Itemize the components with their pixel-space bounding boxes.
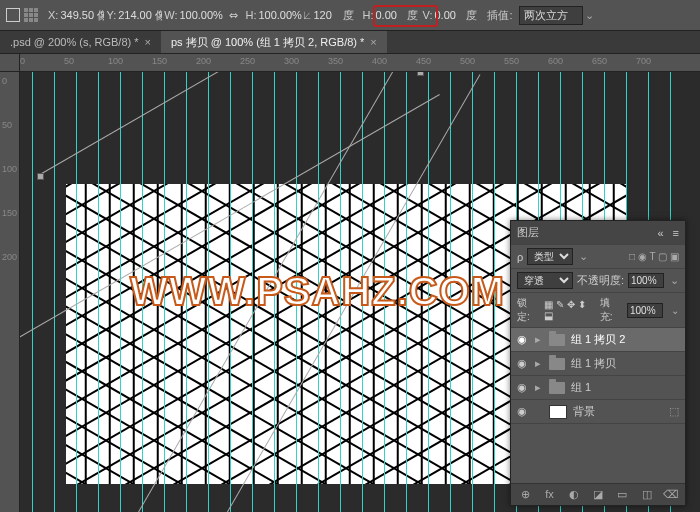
fill-input[interactable] [627, 303, 663, 318]
interp-select[interactable]: 两次立方 [519, 6, 583, 25]
transform-handle[interactable] [37, 173, 44, 180]
layers-panel: 图层 « ≡ ρ 类型 ⌄ □ ◉ T ▢ ▣ 穿透 不透明度: ⌄ 锁定: ▦… [510, 220, 686, 506]
tab-doc-1[interactable]: .psd @ 200% (s, RGB/8) *× [0, 31, 161, 53]
angle-unit: 度 [343, 8, 354, 23]
layers-empty-area [511, 423, 685, 483]
lock-label: 锁定: [517, 296, 538, 324]
guide-v[interactable] [32, 72, 33, 512]
filter-kind-icon[interactable]: ρ [517, 251, 523, 263]
layer-name[interactable]: 组 1 [571, 380, 591, 395]
opacity-input[interactable] [628, 273, 664, 288]
reference-point-icon[interactable] [6, 8, 20, 22]
w-input[interactable] [179, 9, 223, 21]
skew-v-input[interactable] [434, 9, 464, 21]
layers-title: 图层 [517, 225, 539, 240]
lock-icons[interactable]: ▦ ✎ ✥ ⬍ ⬓ [544, 299, 594, 321]
angle-input[interactable] [313, 9, 341, 21]
opacity-label: 不透明度: [577, 273, 624, 288]
chevron-down-icon[interactable]: ⌄ [579, 250, 588, 263]
visibility-icon[interactable]: ◉ [517, 405, 529, 418]
thumbnail-icon [549, 405, 567, 419]
watermark-text: WWW.PSAHZ.COM [130, 269, 505, 314]
layer-row[interactable]: ◉ ▸ 组 1 拷贝 [511, 351, 685, 375]
skew-h-label: H: [362, 9, 373, 21]
fill-label: 填充: [600, 296, 621, 324]
lock-icon: ⬚ [669, 405, 679, 418]
blend-mode-select[interactable]: 穿透 [517, 272, 573, 289]
group-icon[interactable]: ▭ [613, 488, 631, 501]
filter-icons[interactable]: □ ◉ T ▢ ▣ [629, 251, 679, 262]
close-icon[interactable]: × [370, 36, 376, 48]
chevron-down-icon[interactable]: ⌄ [671, 305, 679, 316]
mask-icon[interactable]: ◐ [565, 488, 583, 501]
chevron-down-icon[interactable]: ⌄ [585, 9, 594, 22]
highlight-angle-field [373, 5, 438, 27]
angle-icon: ⟀ [304, 9, 311, 21]
folder-icon [549, 334, 565, 346]
x-input[interactable] [60, 9, 104, 21]
visibility-icon[interactable]: ◉ [517, 333, 529, 346]
y-input[interactable] [118, 9, 162, 21]
layer-row[interactable]: ◉ ▸ 背景 ⬚ [511, 399, 685, 423]
visibility-icon[interactable]: ◉ [517, 357, 529, 370]
expand-icon[interactable]: ▸ [535, 333, 543, 346]
guide-v[interactable] [120, 72, 121, 512]
guide-v[interactable] [54, 72, 55, 512]
layer-row[interactable]: ◉ ▸ 组 1 拷贝 2 [511, 327, 685, 351]
guide-v[interactable] [76, 72, 77, 512]
folder-icon [549, 382, 565, 394]
layer-row[interactable]: ◉ ▸ 组 1 [511, 375, 685, 399]
y-label: Y: [106, 9, 116, 21]
new-layer-icon[interactable]: ◫ [638, 488, 656, 501]
h-label: H: [245, 9, 256, 21]
x-label: X: [48, 9, 58, 21]
adjustment-icon[interactable]: ◪ [589, 488, 607, 501]
w-label: W: [164, 9, 177, 21]
layers-footer: ⊕ fx ◐ ◪ ▭ ◫ ⌫ [511, 483, 685, 505]
link-wh-icon[interactable]: ⇔ [225, 9, 241, 22]
folder-icon [549, 358, 565, 370]
document-tabs: .psd @ 200% (s, RGB/8) *× ps 拷贝 @ 100% (… [0, 30, 700, 54]
layer-name[interactable]: 组 1 拷贝 2 [571, 332, 625, 347]
transform-options-bar: X: Y: W: ⇔ H: ⟀ 度 H: 度 V: 度 插值: 两次立方 ⌄ [0, 0, 700, 30]
trash-icon[interactable]: ⌫ [662, 488, 680, 501]
skew-v-unit: 度 [466, 8, 477, 23]
expand-icon[interactable]: ▸ [535, 357, 543, 370]
fx-icon[interactable]: fx [540, 488, 558, 501]
panel-collapse-icon[interactable]: « [657, 227, 663, 239]
anchor-grid-icon[interactable] [24, 8, 38, 22]
ruler-vertical[interactable]: 050100150200 [0, 54, 20, 512]
tab-doc-2[interactable]: ps 拷贝 @ 100% (组 1 拷贝 2, RGB/8) *× [161, 31, 387, 53]
chevron-down-icon[interactable]: ⌄ [670, 274, 679, 287]
transform-edge[interactable] [40, 54, 474, 175]
interp-label: 插值: [487, 8, 512, 23]
ruler-corner [0, 54, 20, 72]
h-input[interactable] [258, 9, 302, 21]
visibility-icon[interactable]: ◉ [517, 381, 529, 394]
layer-name[interactable]: 背景 [573, 404, 595, 419]
layer-name[interactable]: 组 1 拷贝 [571, 356, 616, 371]
filter-type-select[interactable]: 类型 [527, 248, 573, 265]
expand-icon[interactable]: ▸ [535, 381, 543, 394]
panel-menu-icon[interactable]: ≡ [673, 227, 679, 239]
link-layers-icon[interactable]: ⊕ [516, 488, 534, 501]
close-icon[interactable]: × [145, 36, 151, 48]
ruler-horizontal[interactable]: 0501001502002503003504004505005506006507… [20, 54, 700, 72]
